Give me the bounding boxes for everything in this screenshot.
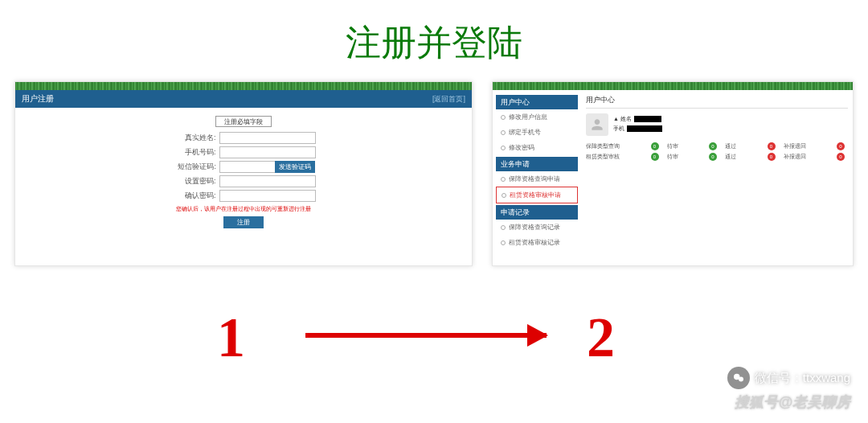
register-header-text: 用户注册 xyxy=(22,93,54,105)
watermark-sohu: 搜狐号@老吴聊房 xyxy=(735,392,850,412)
back-home-link[interactable]: [返回首页] xyxy=(432,94,465,105)
send-sms-button[interactable]: 发送验证码 xyxy=(275,161,315,173)
sidebar-item-change-pwd[interactable]: 修改密码 xyxy=(496,140,578,155)
page-title: 注册并登陆 xyxy=(0,0,868,81)
avatar xyxy=(586,113,608,136)
password2-label: 确认密码: xyxy=(172,191,216,201)
name-input[interactable] xyxy=(219,132,316,144)
sidebar-section-apply: 业务申请 xyxy=(496,157,578,171)
name-label: 真实姓名: xyxy=(172,133,216,143)
register-button[interactable]: 注册 xyxy=(223,216,264,228)
sidebar-item-guarantee-record[interactable]: 保障资格查询记录 xyxy=(496,220,578,235)
row1-label: 保障类型查询 xyxy=(586,142,646,150)
col-pending: 待审 xyxy=(667,153,705,161)
status-badge: 0 xyxy=(651,153,659,161)
watermark-wechat-text: 微信号：ttxxwang xyxy=(755,371,850,386)
annotation-step-1: 1 xyxy=(217,306,245,370)
info-phone-label: 手机 xyxy=(613,125,624,133)
content-area: 用户中心 ▲ 姓名 手机 保障类型查询0 待审0 通过0 xyxy=(581,90,853,265)
required-fields-label: 注册必填字段 xyxy=(215,116,272,127)
decor-grass xyxy=(15,82,472,90)
password2-input[interactable] xyxy=(219,190,316,202)
warning-text: 您确认后，该用户在注册过程中出现的可重新进行注册 xyxy=(15,205,472,213)
redacted-phone xyxy=(627,125,662,132)
status-badge: 0 xyxy=(837,142,845,150)
sms-input[interactable] xyxy=(219,161,276,173)
col-reject: 补报退回 xyxy=(784,142,833,150)
annotation-arrow xyxy=(305,333,547,338)
register-header: 用户注册 [返回首页] xyxy=(15,90,472,108)
status-badge: 0 xyxy=(768,142,776,150)
col-pending: 待审 xyxy=(667,142,705,150)
col-pass: 通过 xyxy=(725,142,763,150)
content-title: 用户中心 xyxy=(586,95,848,109)
sidebar-item-modify-info[interactable]: 修改用户信息 xyxy=(496,109,578,125)
sidebar-item-bind-phone[interactable]: 绑定手机号 xyxy=(496,125,578,140)
sidebar-item-rent-record[interactable]: 租赁资格审核记录 xyxy=(496,235,578,250)
status-badge: 0 xyxy=(768,153,776,161)
status-badge: 0 xyxy=(709,153,717,161)
sidebar-section-user: 用户中心 xyxy=(496,95,578,109)
sidebar: 用户中心 修改用户信息 绑定手机号 修改密码 业务申请 保障资格查询申请 租赁资… xyxy=(493,90,581,265)
status-grid: 保障类型查询0 待审0 通过0 补报退回0 租赁类型审核0 待审0 通过0 补报… xyxy=(586,142,848,161)
dashboard-panel: 用户中心 修改用户信息 绑定手机号 修改密码 业务申请 保障资格查询申请 租赁资… xyxy=(492,81,854,266)
sidebar-item-guarantee-apply[interactable]: 保障资格查询申请 xyxy=(496,171,578,187)
watermark-wechat: 微信号：ttxxwang xyxy=(727,367,850,389)
sidebar-section-records: 申请记录 xyxy=(496,205,578,220)
wechat-icon xyxy=(727,367,750,389)
phone-label: 手机号码: xyxy=(172,147,216,158)
svg-point-1 xyxy=(739,377,743,382)
register-panel: 用户注册 [返回首页] 注册必填字段 真实姓名: 手机号码: 短信验证码: 发送… xyxy=(14,81,473,266)
decor-grass xyxy=(493,82,853,90)
col-pass: 通过 xyxy=(725,153,763,161)
status-badge: 0 xyxy=(651,142,659,150)
info-name-label: ▲ 姓名 xyxy=(613,115,632,123)
user-icon xyxy=(589,117,605,133)
row2-label: 租赁类型审核 xyxy=(586,153,646,161)
col-reject: 补报退回 xyxy=(784,153,833,161)
phone-input[interactable] xyxy=(219,146,316,158)
password-label: 设置密码: xyxy=(172,176,216,187)
status-badge: 0 xyxy=(709,142,717,150)
status-badge: 0 xyxy=(837,153,845,161)
annotation-step-2: 2 xyxy=(587,306,615,370)
password-input[interactable] xyxy=(219,175,316,187)
sidebar-item-rent-apply[interactable]: 租赁资格审核申请 xyxy=(496,187,578,203)
redacted-name xyxy=(634,116,661,122)
sms-label: 短信验证码: xyxy=(172,162,216,172)
